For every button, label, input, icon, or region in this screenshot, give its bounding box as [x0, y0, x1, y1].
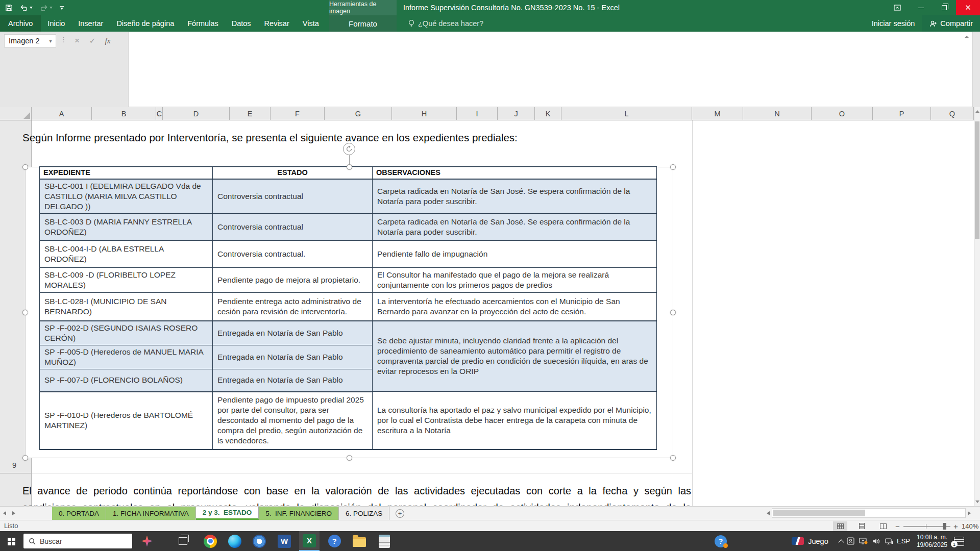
sign-in-button[interactable]: Iniciar sesión [865, 15, 922, 32]
resize-handle-w[interactable] [22, 310, 28, 315]
network-icon[interactable] [885, 538, 893, 545]
formula-collapse-icon[interactable] [964, 35, 969, 38]
zoom-in-icon[interactable]: + [953, 522, 958, 531]
resize-handle-s[interactable] [347, 455, 352, 461]
column-header-C[interactable]: C [156, 107, 163, 120]
column-header-L[interactable]: L [561, 107, 692, 120]
task-view-icon[interactable] [173, 531, 193, 551]
notepad-icon[interactable] [374, 531, 395, 551]
sheet-tab-6-polizas[interactable]: 6. POLIZAS [339, 507, 389, 520]
zoom-slider-thumb[interactable] [943, 523, 946, 530]
resize-handle-se[interactable] [670, 455, 676, 461]
share-button[interactable]: Compartir [922, 15, 980, 32]
tab-inicio[interactable]: Inicio [41, 15, 71, 32]
clock[interactable]: 10:08 a. m. 19/06/2025 [914, 531, 947, 551]
column-header-H[interactable]: H [392, 107, 457, 120]
sheet-tab-2-y-3-estado[interactable]: 2 y 3. ESTADO [196, 507, 259, 520]
start-icon[interactable] [0, 531, 22, 551]
page-break-icon[interactable] [876, 521, 890, 531]
zoom-level[interactable]: 140% [962, 522, 978, 530]
qat-more-icon[interactable] [60, 6, 64, 10]
column-header-J[interactable]: J [498, 107, 535, 120]
column-header-D[interactable]: D [163, 107, 230, 120]
column-header-F[interactable]: F [271, 107, 325, 120]
resize-handle-e[interactable] [670, 310, 676, 315]
scroll-up-icon[interactable] [975, 110, 979, 113]
column-header-A[interactable]: A [32, 107, 92, 120]
column-header-Q[interactable]: Q [931, 107, 974, 120]
chrome-icon[interactable] [200, 531, 220, 551]
tab-revisar[interactable]: Revisar [258, 15, 296, 32]
resize-handle-nw[interactable] [22, 164, 28, 170]
tab-datos[interactable]: Datos [225, 15, 258, 32]
rotate-handle-icon[interactable] [343, 143, 355, 155]
cancel-icon[interactable]: × [70, 34, 84, 47]
sheet-tab-1-ficha-informativa[interactable]: 1. FICHA INFORMATIVA [106, 507, 196, 520]
page-layout-icon[interactable] [854, 521, 869, 531]
undo-icon[interactable] [20, 4, 33, 11]
tray-help-icon[interactable]: ? [710, 531, 731, 551]
tell-me-box[interactable]: ¿Qué desea hacer? [408, 15, 483, 32]
word-icon[interactable]: W [274, 531, 295, 551]
restore-icon[interactable] [933, 0, 956, 15]
resize-handle-sw[interactable] [22, 455, 28, 461]
notification-icon[interactable]: 1 [947, 531, 971, 551]
language-indicator[interactable]: ESP [894, 531, 913, 551]
horizontal-scroll-thumb[interactable] [773, 510, 865, 516]
scroll-right-icon[interactable] [968, 511, 971, 515]
column-header-E[interactable]: E [230, 107, 271, 120]
scroll-left-icon[interactable] [767, 511, 770, 515]
row-header-9[interactable]: 9 [0, 461, 29, 469]
column-header-O[interactable]: O [812, 107, 873, 120]
ribbon-display-options-icon[interactable] [886, 0, 909, 15]
sheet-nav-left-icon[interactable] [0, 507, 9, 520]
sheet-tab-0-portada[interactable]: 0. PORTADA [52, 507, 106, 520]
name-box[interactable]: Imagen 2 ▾ [4, 34, 56, 47]
vertical-scrollbar[interactable] [974, 107, 980, 506]
app-icon[interactable] [249, 531, 270, 551]
tab-archivo[interactable]: Archivo [0, 15, 41, 32]
tab-vista[interactable]: Vista [296, 15, 326, 32]
fx-icon[interactable]: fx [101, 34, 114, 47]
horizontal-scrollbar[interactable] [767, 508, 971, 518]
resize-handle-n[interactable] [347, 164, 352, 170]
edge-icon[interactable] [225, 531, 245, 551]
sheet-tab-5-inf-financiero[interactable]: 5. INF. FINANCIERO [259, 507, 339, 520]
vertical-scroll-thumb[interactable] [975, 121, 979, 239]
name-box-dropdown-icon[interactable]: ▾ [45, 35, 56, 47]
close-icon[interactable]: ✕ [956, 0, 980, 15]
resize-handle-ne[interactable] [670, 164, 676, 170]
column-header-K[interactable]: K [535, 107, 561, 120]
speaker-icon[interactable] [872, 538, 880, 545]
news-widget[interactable]: Juego [782, 531, 838, 551]
sheet-grid[interactable]: 9 Según Informe presentado por Intervent… [0, 120, 974, 506]
add-sheet-icon[interactable]: + [396, 509, 404, 518]
formula-input[interactable] [128, 32, 973, 107]
column-header-I[interactable]: I [457, 107, 498, 120]
column-header-G[interactable]: G [325, 107, 392, 120]
column-header-P[interactable]: P [873, 107, 931, 120]
excel-icon[interactable]: X [299, 531, 320, 551]
minimize-icon[interactable] [909, 0, 933, 15]
tab-insertar[interactable]: Insertar [71, 15, 110, 32]
selected-picture[interactable]: EXPEDIENTEESTADOOBSERVACIONES SB-LC-001 … [25, 167, 673, 458]
enter-icon[interactable]: ✓ [86, 34, 99, 47]
column-header-M[interactable]: M [692, 107, 743, 120]
select-all-corner[interactable] [0, 107, 32, 120]
normal-view-icon[interactable] [833, 521, 847, 531]
column-header-B[interactable]: B [92, 107, 156, 120]
redo-icon[interactable] [40, 4, 53, 11]
sheet-nav-right-icon[interactable] [9, 507, 18, 520]
cast-icon[interactable] [859, 537, 868, 545]
search-input[interactable]: Buscar [23, 534, 132, 548]
tab-f-rmulas[interactable]: Fórmulas [181, 15, 225, 32]
tab-dise-o-de-p-gina[interactable]: Diseño de página [110, 15, 181, 32]
column-header-N[interactable]: N [743, 107, 812, 120]
people-icon[interactable] [847, 537, 854, 545]
save-icon[interactable] [5, 4, 13, 12]
zoom-out-icon[interactable]: − [895, 522, 900, 531]
help-icon[interactable]: ? [324, 531, 345, 551]
copilot-icon[interactable] [137, 531, 157, 551]
tab-formato[interactable]: Formato [329, 15, 397, 32]
folder-icon[interactable] [349, 531, 370, 551]
